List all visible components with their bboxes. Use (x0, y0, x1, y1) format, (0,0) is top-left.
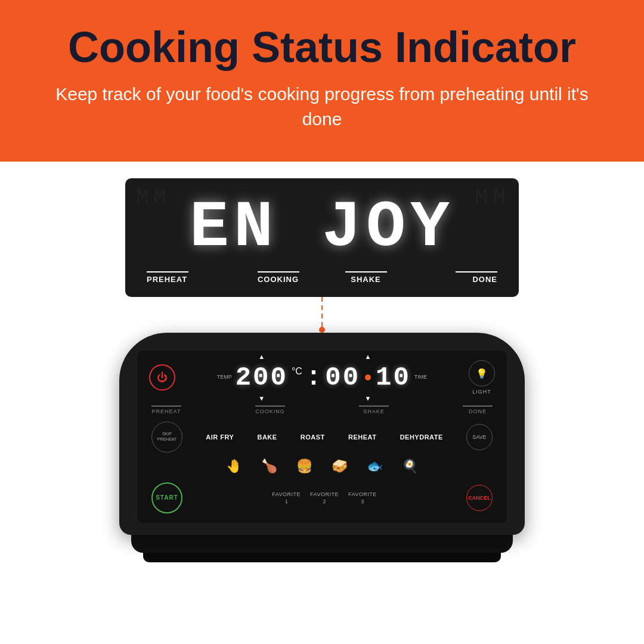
device-status-bar: PREHEAT COOKING SHAKE DONE (151, 405, 493, 414)
orange-indicator-dot (365, 374, 371, 380)
subtitle: Keep track of your food's cooking progre… (36, 82, 608, 132)
food-icon-pan[interactable]: 🍳 (402, 459, 418, 474)
main-title: Cooking Status Indicator (36, 24, 608, 71)
mode-airfry-label: AIR FRY (206, 434, 234, 441)
favorite-1[interactable]: FAVORITE 1 (272, 491, 301, 504)
dev-status-label-2: COOKING (255, 408, 285, 414)
time-down-arrow[interactable]: ▼ (365, 395, 371, 402)
favorites-group: FAVORITE 1 FAVORITE 2 FAVORITE 3 (182, 491, 466, 504)
time-digits-m: 10 (376, 363, 411, 392)
display-panel: M M M M EN JOY PREHEAT COOKING SHAKE (125, 178, 519, 297)
device-wrapper: ⏻ TEMP ▲ 200 (119, 333, 525, 562)
fav-2-label: FAVORITE (310, 491, 339, 497)
mode-airfry[interactable]: AIR FRY (206, 434, 234, 441)
status-line-done (456, 271, 497, 273)
fav-3-label: FAVORITE (348, 491, 377, 497)
mode-reheat[interactable]: REHEAT (348, 434, 376, 441)
favorite-3[interactable]: FAVORITE 3 (348, 491, 377, 504)
status-done: DONE (410, 271, 497, 284)
status-shake: SHAKE (322, 271, 410, 284)
food-icons-row: 🤚 🍗 🍔 🥪 🐟 🍳 (149, 459, 495, 474)
food-icon-hand[interactable]: 🤚 (226, 459, 242, 474)
device-screen: TEMP ▲ 200 ▼ °C : (185, 363, 459, 392)
corner-right: M M (475, 185, 508, 210)
device-status-done: DONE (463, 405, 493, 414)
status-label-preheat: PREHEAT (147, 275, 187, 284)
time-digits-h: 00 (325, 363, 360, 392)
mode-reheat-label: REHEAT (348, 434, 376, 441)
dev-status-label-3: SHAKE (363, 408, 385, 414)
save-label: SAVE (472, 434, 486, 440)
device-base (143, 553, 501, 562)
mode-dehydrate-label: DEHYDRATE (400, 434, 443, 441)
mode-roast[interactable]: ROAST (301, 434, 325, 441)
corner-left: M M (136, 185, 169, 210)
air-fryer-body: ⏻ TEMP ▲ 200 (119, 333, 525, 535)
device-bottom (131, 535, 513, 553)
dev-status-line-2 (255, 405, 285, 407)
modes-row: SKIP PREHEAT AIR FRY BAKE ROAST REHEAT (149, 422, 495, 453)
fav-3-number: 3 (361, 499, 364, 504)
control-panel: ⏻ TEMP ▲ 200 (137, 351, 507, 523)
temp-label: TEMP (217, 374, 232, 380)
skip-preheat-button[interactable]: SKIP PREHEAT (151, 422, 182, 453)
status-line-shake (345, 271, 387, 273)
status-cooking: COOKING (234, 271, 322, 284)
fav-2-number: 2 (323, 499, 326, 504)
time-up-arrow[interactable]: ▲ (365, 353, 371, 360)
save-button[interactable]: SAVE (466, 424, 493, 450)
cancel-button[interactable]: CANCEL (466, 485, 493, 511)
device-status-cooking: COOKING (255, 405, 285, 414)
enjoy-text: EN JOY (190, 195, 454, 261)
temp-up-arrow[interactable]: ▲ (258, 353, 265, 360)
dev-status-line-1 (151, 405, 181, 407)
time-label: TIME (414, 374, 428, 380)
status-label-done: DONE (472, 275, 497, 284)
food-icon-fish[interactable]: 🐟 (367, 459, 383, 474)
enjoy-display: EN JOY (147, 195, 497, 261)
power-icon: ⏻ (157, 371, 168, 384)
screen-inner: TEMP ▲ 200 ▼ °C : (217, 363, 428, 392)
skip-preheat-label: SKIP PREHEAT (157, 432, 177, 442)
device-display-row: ⏻ TEMP ▲ 200 (149, 360, 495, 395)
display-status-bar: PREHEAT COOKING SHAKE DONE (147, 271, 497, 284)
connector-dot (319, 327, 325, 333)
device-status-preheat: PREHEAT (151, 405, 181, 414)
mode-bake[interactable]: BAKE (257, 434, 277, 441)
status-line-cooking (258, 271, 299, 273)
dev-status-line-3 (359, 405, 389, 407)
food-icon-sandwich[interactable]: 🥪 (332, 459, 348, 474)
degree-symbol: °C (292, 366, 302, 377)
cancel-label: CANCEL (468, 495, 491, 501)
dev-status-line-4 (463, 405, 493, 407)
status-preheat: PREHEAT (147, 271, 234, 284)
time-colon: : (306, 363, 321, 392)
dev-status-label-1: PREHEAT (152, 408, 181, 414)
device-status-shake: SHAKE (359, 405, 389, 414)
food-icon-burger[interactable]: 🍔 (296, 459, 312, 474)
light-icon: 💡 (476, 368, 488, 379)
header-section: Cooking Status Indicator Keep track of y… (0, 0, 644, 162)
favorite-2[interactable]: FAVORITE 2 (310, 491, 339, 504)
light-label: LIGHT (472, 389, 491, 395)
start-button[interactable]: START (151, 482, 182, 513)
mode-dehydrate[interactable]: DEHYDRATE (400, 434, 443, 441)
mode-roast-label: ROAST (301, 434, 325, 441)
mode-bake-label: BAKE (257, 434, 277, 441)
fav-1-number: 1 (285, 499, 288, 504)
device-section: ⏻ TEMP ▲ 200 (0, 333, 644, 562)
display-section: M M M M EN JOY PREHEAT COOKING SHAKE (0, 162, 644, 297)
status-line-preheat (147, 271, 188, 273)
connector (0, 297, 644, 333)
temp-down-arrow[interactable]: ▼ (258, 395, 265, 402)
start-label: START (156, 494, 178, 501)
power-button[interactable]: ⏻ (149, 364, 175, 391)
light-button[interactable]: 💡 (469, 360, 495, 386)
fav-1-label: FAVORITE (272, 491, 301, 497)
bottom-row: START FAVORITE 1 FAVORITE 2 FAVORITE (149, 480, 495, 513)
dev-status-label-4: DONE (469, 408, 487, 414)
temp-digits: 200 (236, 363, 288, 392)
status-label-cooking: COOKING (258, 275, 299, 284)
food-icon-chicken[interactable]: 🍗 (261, 459, 277, 474)
status-label-shake: SHAKE (351, 275, 381, 284)
